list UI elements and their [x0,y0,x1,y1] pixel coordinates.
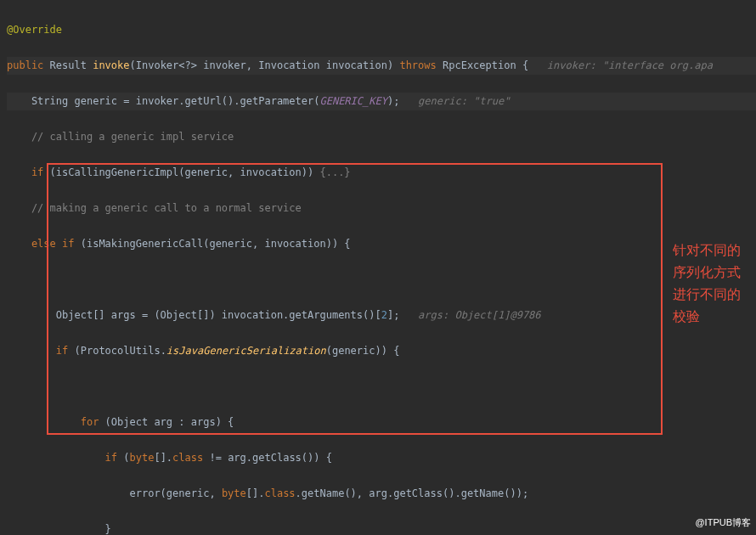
watermark: @ITPUB博客 [695,514,751,532]
code-line: // calling a generic impl service [7,128,756,146]
code-line [7,271,756,289]
code-line: if (byte[].class != arg.getClass()) { [7,449,756,467]
code-line: @Override [7,21,756,39]
code-line: else if (isMakingGenericCall(generic, in… [7,235,756,253]
code-line: error(generic, byte[].class.getName(), a… [7,485,756,503]
code-line: public Result invoke(Invoker<?> invoker,… [7,57,756,75]
code-line: String generic = invoker.getUrl().getPar… [7,93,756,110]
code-line: if (ProtocolUtils.isJavaGenericSerializa… [7,342,756,360]
code-editor[interactable]: @Override public Result invoke(Invoker<?… [0,0,756,535]
code-line: // making a generic call to a normal ser… [7,200,756,217]
annotation-text: 针对不同的 序列化方式 进行不同的 校验 [673,239,741,328]
code-line: } [7,521,756,535]
code-line [7,378,756,396]
code-line: for (Object arg : args) { [7,414,756,431]
code-line: if (isCallingGenericImpl(generic, invoca… [7,164,756,182]
code-line: Object[] args = (Object[]) invocation.ge… [7,307,756,324]
